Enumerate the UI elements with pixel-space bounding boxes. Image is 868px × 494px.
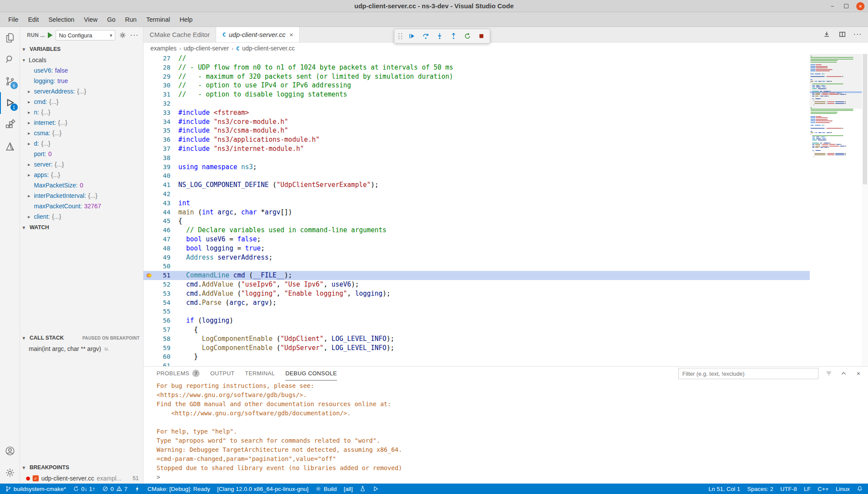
variable-row[interactable]: port:0 bbox=[20, 149, 143, 159]
variable-row[interactable]: ▸serverAddress:{...} bbox=[20, 86, 143, 97]
code-line-43[interactable]: 43int bbox=[144, 199, 810, 208]
breadcrumb-udp-client-server[interactable]: udp-client-server bbox=[184, 45, 229, 52]
glyph-margin[interactable] bbox=[144, 190, 155, 199]
code-line-33[interactable]: 33#include <fstream> bbox=[144, 108, 810, 117]
menu-file[interactable]: File bbox=[3, 12, 23, 27]
code-line-54[interactable]: 54 cmd.Parse (argc, argv); bbox=[144, 298, 810, 307]
line-number[interactable]: 48 bbox=[155, 244, 170, 253]
line-number[interactable]: 40 bbox=[155, 171, 170, 180]
glyph-margin[interactable] bbox=[144, 289, 155, 298]
line-number[interactable]: 41 bbox=[155, 180, 170, 190]
glyph-margin[interactable] bbox=[144, 171, 155, 180]
line-number[interactable]: 42 bbox=[155, 190, 170, 199]
line-number[interactable]: 39 bbox=[155, 163, 170, 172]
code-line-61[interactable]: 61 bbox=[144, 361, 810, 366]
line-number[interactable]: 43 bbox=[155, 199, 170, 208]
variable-row[interactable]: ▸csma:{...} bbox=[20, 128, 143, 138]
activity-settings[interactable] bbox=[0, 462, 20, 484]
cmake-kit-item[interactable]: [Clang 12.0.0 x86_64-pc-linux-gnu] bbox=[214, 484, 312, 494]
breakpoint-row[interactable]: ✓ udp-client-server.cc exampl... 51 bbox=[20, 473, 143, 484]
code-line-44[interactable]: 44main (int argc, char *argv[]) bbox=[144, 208, 810, 217]
sync-item[interactable]: 0↓ 1↑ bbox=[70, 484, 99, 494]
variable-row[interactable]: ▸apps:{...} bbox=[20, 170, 143, 180]
line-number[interactable]: 34 bbox=[155, 117, 170, 127]
glyph-margin[interactable] bbox=[144, 163, 155, 172]
tab-debug-console[interactable]: DEBUG CONSOLE bbox=[285, 367, 337, 381]
glyph-margin[interactable] bbox=[144, 81, 155, 90]
code-line-49[interactable]: 49 Address serverAddress; bbox=[144, 253, 810, 262]
start-debug-icon[interactable] bbox=[48, 32, 53, 38]
menu-run[interactable]: Run bbox=[120, 12, 142, 27]
code-line-27[interactable]: 27// bbox=[144, 54, 810, 63]
code-line-58[interactable]: 58 LogComponentEnable ("UdpClient", LOG_… bbox=[144, 334, 810, 344]
code-line-46[interactable]: 46 // Declare variables used in command-… bbox=[144, 226, 810, 235]
menu-selection[interactable]: Selection bbox=[43, 12, 79, 27]
console-prompt[interactable]: > bbox=[157, 473, 868, 482]
code-line-57[interactable]: 57 { bbox=[144, 325, 810, 334]
activity-cmake[interactable] bbox=[0, 136, 20, 157]
code-line-39[interactable]: 39using namespace ns3; bbox=[144, 163, 810, 172]
variable-row[interactable]: useV6:false bbox=[20, 65, 143, 76]
line-number[interactable]: 37 bbox=[155, 144, 170, 154]
code-line-55[interactable]: 55 bbox=[144, 307, 810, 316]
activity-run-debug[interactable]: 1 bbox=[0, 92, 20, 114]
glyph-margin[interactable] bbox=[144, 352, 155, 361]
cmake-status-item[interactable]: CMake: [Debug]: Ready bbox=[144, 484, 214, 494]
glyph-margin[interactable] bbox=[144, 217, 155, 226]
maximize-button[interactable] bbox=[842, 2, 850, 10]
editor-scrollbar[interactable] bbox=[862, 54, 868, 366]
notifications-item[interactable] bbox=[853, 484, 866, 494]
stack-frame-row[interactable]: main(int argc, char ** argv) u. bbox=[20, 344, 143, 354]
line-number[interactable]: 27 bbox=[155, 54, 170, 63]
code-line-47[interactable]: 47 bool useV6 = false; bbox=[144, 235, 810, 244]
code-line-34[interactable]: 34#include "ns3/core-module.h" bbox=[144, 117, 810, 127]
os-item[interactable]: Linux bbox=[832, 484, 853, 494]
code-line-56[interactable]: 56 if (logging) bbox=[144, 316, 810, 325]
line-number[interactable]: 49 bbox=[155, 253, 170, 262]
split-editor-icon[interactable] bbox=[838, 30, 847, 39]
code-line-52[interactable]: 52 cmd.AddValue ("useIpv6", "Use Ipv6", … bbox=[144, 280, 810, 289]
glyph-margin[interactable] bbox=[144, 361, 155, 366]
glyph-margin[interactable] bbox=[144, 280, 155, 289]
cursor-position-item[interactable]: Ln 51, Col 1 bbox=[705, 484, 744, 494]
code-line-40[interactable]: 40 bbox=[144, 171, 810, 180]
build-item[interactable]: Build bbox=[312, 484, 340, 494]
debug-config-dropdown[interactable]: No Configura ▾ bbox=[56, 30, 115, 40]
line-number[interactable]: 35 bbox=[155, 126, 170, 135]
breakpoint-checkbox[interactable]: ✓ bbox=[33, 475, 39, 481]
build-target-item[interactable]: [all] bbox=[340, 484, 356, 494]
line-number[interactable]: 53 bbox=[155, 289, 170, 298]
line-number[interactable]: 30 bbox=[155, 81, 170, 90]
download-arrow-icon[interactable] bbox=[822, 30, 831, 39]
step-out-button[interactable] bbox=[447, 30, 460, 42]
glyph-margin[interactable] bbox=[144, 199, 155, 208]
glyph-margin[interactable] bbox=[144, 208, 155, 217]
breadcrumb-examples[interactable]: examples bbox=[150, 45, 177, 52]
line-number[interactable]: 47 bbox=[155, 235, 170, 244]
code-line-59[interactable]: 59 LogComponentEnable ("UdpServer", LOG_… bbox=[144, 344, 810, 353]
breadcrumb-file[interactable]: udp-client-server.cc bbox=[242, 45, 295, 52]
watch-section-header[interactable]: ▾ WATCH bbox=[20, 222, 143, 233]
tab-output[interactable]: OUTPUT bbox=[210, 367, 234, 381]
line-number[interactable]: 33 bbox=[155, 108, 170, 117]
glyph-margin[interactable] bbox=[144, 307, 155, 316]
locals-scope-row[interactable]: ▾ Locals bbox=[20, 55, 143, 65]
line-number[interactable]: 56 bbox=[155, 316, 170, 325]
activity-source-control[interactable]: 6 bbox=[0, 70, 20, 92]
variable-row[interactable]: MaxPacketSize:0 bbox=[20, 180, 143, 190]
minimap[interactable] bbox=[810, 54, 862, 366]
line-number[interactable]: 54 bbox=[155, 298, 170, 307]
variable-row[interactable]: logging:true bbox=[20, 76, 143, 86]
variable-row[interactable]: maxPacketCount:32767 bbox=[20, 201, 143, 211]
bolt-item[interactable] bbox=[131, 484, 144, 494]
glyph-margin[interactable] bbox=[144, 90, 155, 99]
language-mode-item[interactable]: C++ bbox=[814, 484, 832, 494]
activity-explorer[interactable] bbox=[0, 27, 20, 49]
line-number[interactable]: 31 bbox=[155, 90, 170, 99]
code-line-35[interactable]: 35#include "ns3/csma-module.h" bbox=[144, 126, 810, 135]
code-line-36[interactable]: 36#include "ns3/applications-module.h" bbox=[144, 135, 810, 144]
glyph-margin[interactable] bbox=[144, 126, 155, 135]
restart-button[interactable] bbox=[461, 30, 474, 42]
code-line-60[interactable]: 60 } bbox=[144, 352, 810, 361]
glyph-margin[interactable] bbox=[144, 180, 155, 190]
